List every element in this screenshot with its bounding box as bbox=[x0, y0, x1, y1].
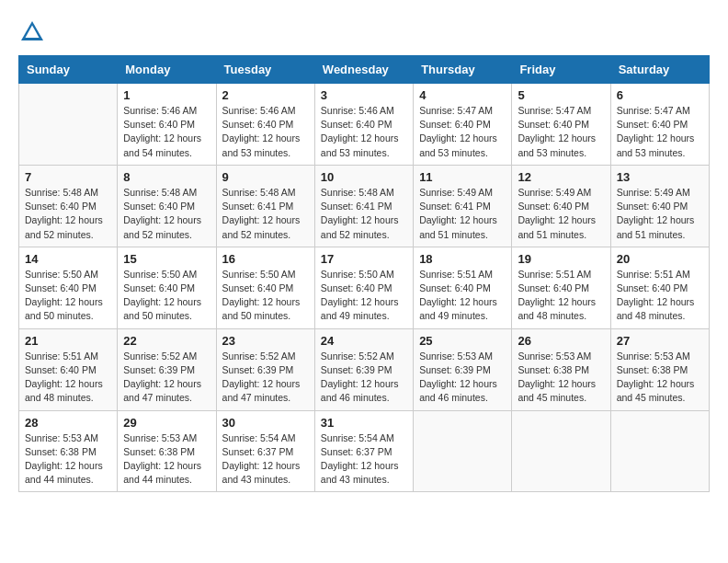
calendar-cell: 9Sunrise: 5:48 AM Sunset: 6:41 PM Daylig… bbox=[216, 165, 314, 247]
calendar-cell: 25Sunrise: 5:53 AM Sunset: 6:39 PM Dayli… bbox=[414, 328, 512, 410]
day-number: 28 bbox=[25, 416, 111, 430]
calendar-cell bbox=[512, 410, 610, 492]
column-header-wednesday: Wednesday bbox=[314, 56, 413, 84]
day-number: 11 bbox=[419, 170, 506, 184]
day-number: 17 bbox=[321, 252, 407, 266]
day-info: Sunrise: 5:53 AM Sunset: 6:38 PM Dayligh… bbox=[518, 350, 604, 406]
calendar-cell: 31Sunrise: 5:54 AM Sunset: 6:37 PM Dayli… bbox=[314, 410, 413, 492]
calendar-cell: 5Sunrise: 5:47 AM Sunset: 6:40 PM Daylig… bbox=[512, 84, 610, 166]
calendar-cell: 10Sunrise: 5:48 AM Sunset: 6:41 PM Dayli… bbox=[314, 165, 413, 247]
day-number: 23 bbox=[222, 334, 309, 348]
calendar-cell: 17Sunrise: 5:50 AM Sunset: 6:40 PM Dayli… bbox=[314, 247, 413, 328]
calendar-cell: 28Sunrise: 5:53 AM Sunset: 6:38 PM Dayli… bbox=[19, 410, 118, 492]
day-info: Sunrise: 5:50 AM Sunset: 6:40 PM Dayligh… bbox=[222, 268, 309, 324]
day-number: 8 bbox=[123, 170, 210, 184]
day-number: 15 bbox=[123, 252, 210, 266]
calendar-cell: 29Sunrise: 5:53 AM Sunset: 6:38 PM Dayli… bbox=[118, 410, 216, 492]
day-number: 19 bbox=[518, 252, 604, 266]
day-number: 10 bbox=[321, 170, 407, 184]
day-info: Sunrise: 5:50 AM Sunset: 6:40 PM Dayligh… bbox=[321, 268, 407, 324]
day-info: Sunrise: 5:51 AM Sunset: 6:40 PM Dayligh… bbox=[518, 268, 604, 324]
logo bbox=[18, 18, 51, 46]
day-info: Sunrise: 5:54 AM Sunset: 6:37 PM Dayligh… bbox=[321, 431, 407, 488]
day-info: Sunrise: 5:52 AM Sunset: 6:39 PM Dayligh… bbox=[321, 350, 407, 406]
day-info: Sunrise: 5:51 AM Sunset: 6:40 PM Dayligh… bbox=[25, 350, 111, 406]
day-info: Sunrise: 5:50 AM Sunset: 6:40 PM Dayligh… bbox=[25, 268, 111, 324]
day-info: Sunrise: 5:49 AM Sunset: 6:40 PM Dayligh… bbox=[518, 186, 604, 242]
calendar-cell: 8Sunrise: 5:48 AM Sunset: 6:40 PM Daylig… bbox=[118, 165, 216, 247]
day-info: Sunrise: 5:50 AM Sunset: 6:40 PM Dayligh… bbox=[123, 268, 210, 324]
day-info: Sunrise: 5:51 AM Sunset: 6:40 PM Dayligh… bbox=[419, 268, 506, 324]
day-info: Sunrise: 5:46 AM Sunset: 6:40 PM Dayligh… bbox=[321, 104, 407, 160]
day-number: 22 bbox=[123, 334, 210, 348]
day-number: 30 bbox=[222, 416, 309, 430]
calendar-cell: 30Sunrise: 5:54 AM Sunset: 6:37 PM Dayli… bbox=[216, 410, 314, 492]
day-number: 2 bbox=[222, 88, 309, 102]
day-info: Sunrise: 5:46 AM Sunset: 6:40 PM Dayligh… bbox=[222, 104, 309, 160]
day-number: 24 bbox=[321, 334, 407, 348]
column-header-sunday: Sunday bbox=[19, 56, 118, 84]
calendar-cell: 20Sunrise: 5:51 AM Sunset: 6:40 PM Dayli… bbox=[610, 247, 709, 328]
calendar-cell: 15Sunrise: 5:50 AM Sunset: 6:40 PM Dayli… bbox=[118, 247, 216, 328]
calendar-cell: 4Sunrise: 5:47 AM Sunset: 6:40 PM Daylig… bbox=[414, 84, 512, 166]
day-info: Sunrise: 5:47 AM Sunset: 6:40 PM Dayligh… bbox=[419, 104, 506, 160]
day-number: 9 bbox=[222, 170, 309, 184]
calendar-cell: 11Sunrise: 5:49 AM Sunset: 6:41 PM Dayli… bbox=[414, 165, 512, 247]
day-number: 6 bbox=[617, 88, 703, 102]
calendar-cell: 19Sunrise: 5:51 AM Sunset: 6:40 PM Dayli… bbox=[512, 247, 610, 328]
calendar-cell bbox=[610, 410, 709, 492]
calendar-cell: 21Sunrise: 5:51 AM Sunset: 6:40 PM Dayli… bbox=[19, 328, 118, 410]
calendar-cell: 27Sunrise: 5:53 AM Sunset: 6:38 PM Dayli… bbox=[610, 328, 709, 410]
day-number: 29 bbox=[123, 416, 210, 430]
day-info: Sunrise: 5:53 AM Sunset: 6:39 PM Dayligh… bbox=[419, 350, 506, 406]
day-number: 13 bbox=[617, 170, 703, 184]
day-info: Sunrise: 5:48 AM Sunset: 6:40 PM Dayligh… bbox=[25, 186, 111, 242]
day-info: Sunrise: 5:47 AM Sunset: 6:40 PM Dayligh… bbox=[617, 104, 703, 160]
day-info: Sunrise: 5:52 AM Sunset: 6:39 PM Dayligh… bbox=[123, 350, 210, 406]
calendar-cell: 7Sunrise: 5:48 AM Sunset: 6:40 PM Daylig… bbox=[19, 165, 118, 247]
day-number: 14 bbox=[25, 252, 111, 266]
day-info: Sunrise: 5:47 AM Sunset: 6:40 PM Dayligh… bbox=[518, 104, 604, 160]
column-header-tuesday: Tuesday bbox=[216, 56, 314, 84]
day-info: Sunrise: 5:52 AM Sunset: 6:39 PM Dayligh… bbox=[222, 350, 309, 406]
day-number: 25 bbox=[419, 334, 506, 348]
calendar-cell: 22Sunrise: 5:52 AM Sunset: 6:39 PM Dayli… bbox=[118, 328, 216, 410]
day-number: 1 bbox=[123, 88, 210, 102]
week-row-4: 21Sunrise: 5:51 AM Sunset: 6:40 PM Dayli… bbox=[19, 328, 710, 410]
day-number: 21 bbox=[25, 334, 111, 348]
day-info: Sunrise: 5:54 AM Sunset: 6:37 PM Dayligh… bbox=[222, 431, 309, 488]
day-number: 5 bbox=[518, 88, 604, 102]
day-number: 26 bbox=[518, 334, 604, 348]
calendar-cell bbox=[414, 410, 512, 492]
column-header-saturday: Saturday bbox=[610, 56, 709, 84]
calendar-cell: 24Sunrise: 5:52 AM Sunset: 6:39 PM Dayli… bbox=[314, 328, 413, 410]
column-header-thursday: Thursday bbox=[414, 56, 512, 84]
day-info: Sunrise: 5:46 AM Sunset: 6:40 PM Dayligh… bbox=[123, 104, 210, 160]
calendar-table: SundayMondayTuesdayWednesdayThursdayFrid… bbox=[18, 55, 710, 492]
week-row-5: 28Sunrise: 5:53 AM Sunset: 6:38 PM Dayli… bbox=[19, 410, 710, 492]
day-info: Sunrise: 5:51 AM Sunset: 6:40 PM Dayligh… bbox=[617, 268, 703, 324]
day-number: 12 bbox=[518, 170, 604, 184]
calendar-cell: 14Sunrise: 5:50 AM Sunset: 6:40 PM Dayli… bbox=[19, 247, 118, 328]
calendar-cell bbox=[19, 84, 118, 166]
day-number: 27 bbox=[617, 334, 703, 348]
day-number: 18 bbox=[419, 252, 506, 266]
calendar-cell: 1Sunrise: 5:46 AM Sunset: 6:40 PM Daylig… bbox=[118, 84, 216, 166]
header-row: SundayMondayTuesdayWednesdayThursdayFrid… bbox=[19, 56, 710, 84]
calendar-cell: 2Sunrise: 5:46 AM Sunset: 6:40 PM Daylig… bbox=[216, 84, 314, 166]
calendar-cell: 6Sunrise: 5:47 AM Sunset: 6:40 PM Daylig… bbox=[610, 84, 709, 166]
day-info: Sunrise: 5:53 AM Sunset: 6:38 PM Dayligh… bbox=[25, 431, 111, 488]
week-row-1: 1Sunrise: 5:46 AM Sunset: 6:40 PM Daylig… bbox=[19, 84, 710, 166]
logo-icon bbox=[18, 18, 46, 46]
day-info: Sunrise: 5:48 AM Sunset: 6:40 PM Dayligh… bbox=[123, 186, 210, 242]
week-row-2: 7Sunrise: 5:48 AM Sunset: 6:40 PM Daylig… bbox=[19, 165, 710, 247]
day-number: 31 bbox=[321, 416, 407, 430]
day-info: Sunrise: 5:48 AM Sunset: 6:41 PM Dayligh… bbox=[321, 186, 407, 242]
calendar-cell: 18Sunrise: 5:51 AM Sunset: 6:40 PM Dayli… bbox=[414, 247, 512, 328]
day-info: Sunrise: 5:49 AM Sunset: 6:41 PM Dayligh… bbox=[419, 186, 506, 242]
day-number: 3 bbox=[321, 88, 407, 102]
calendar-cell: 12Sunrise: 5:49 AM Sunset: 6:40 PM Dayli… bbox=[512, 165, 610, 247]
week-row-3: 14Sunrise: 5:50 AM Sunset: 6:40 PM Dayli… bbox=[19, 247, 710, 328]
column-header-friday: Friday bbox=[512, 56, 610, 84]
header bbox=[18, 18, 710, 46]
